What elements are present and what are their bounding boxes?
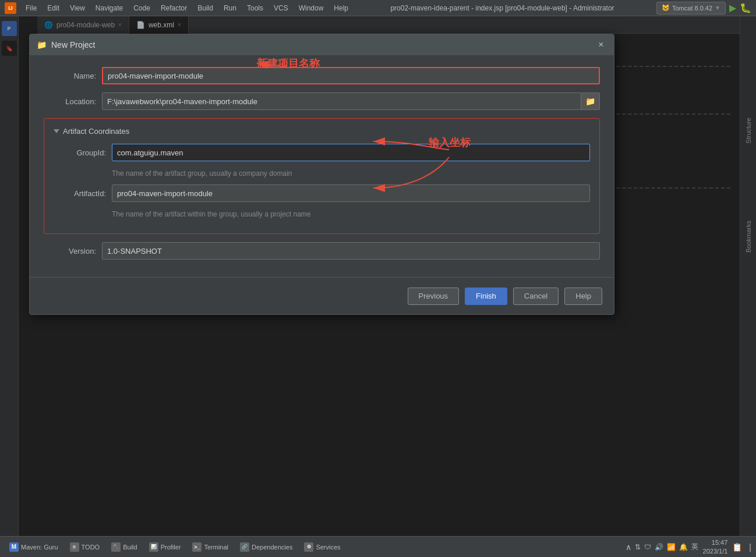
taskbar-maven[interactable]: M Maven: Guru xyxy=(5,540,63,555)
dialog-body: Name: Location: 📁 Artifact Coordinates xyxy=(30,55,614,314)
window-title: pro02-maven-idea-parent - index.jsp [pro… xyxy=(354,4,651,12)
maven-icon: M xyxy=(9,542,19,552)
deps-icon: 🔗 xyxy=(240,542,249,552)
location-label: Location: xyxy=(44,97,96,106)
finish-button[interactable]: Finish xyxy=(465,288,507,305)
menu-vcs[interactable]: VCS xyxy=(269,2,293,14)
taskbar-deps-label: Dependencies xyxy=(252,544,292,551)
menu-bar: IJ File Edit View Navigate Code Refactor… xyxy=(0,0,756,16)
profiler-icon: 📊 xyxy=(149,542,158,552)
name-row: Name: xyxy=(44,67,600,84)
tray-icon-3: 🛡 xyxy=(644,543,651,551)
taskbar-build-label: Build xyxy=(123,544,137,551)
dialog-close-button[interactable]: × xyxy=(595,39,607,51)
artifactid-row: ArtifactId: xyxy=(54,185,590,202)
menu-help[interactable]: Help xyxy=(329,2,353,14)
tray-icon-6: 🔔 xyxy=(679,543,688,551)
tray-icon-5: 📶 xyxy=(667,543,676,551)
menu-view[interactable]: View xyxy=(65,2,90,14)
name-input[interactable] xyxy=(102,67,600,84)
browse-button[interactable]: 📁 xyxy=(581,93,600,110)
taskbar-profiler-label: Profiler xyxy=(161,544,181,551)
groupid-hint: The name of the artifact group, usually … xyxy=(112,169,590,178)
time-block: 15:47 2023/1/1 xyxy=(703,538,728,555)
language-label[interactable]: 英 xyxy=(691,542,698,552)
help-button[interactable]: Help xyxy=(564,288,602,305)
time-display: 15:47 xyxy=(703,538,728,547)
artifact-section-title: Artifact Coordinates xyxy=(63,127,129,136)
previous-button[interactable]: Previous xyxy=(408,288,460,305)
app-icon: IJ xyxy=(5,2,16,14)
groupid-label: GroupId: xyxy=(54,148,106,157)
dialog-title-bar: 📁 New Project × xyxy=(30,34,614,55)
taskbar-services[interactable]: ⚙ Services xyxy=(299,540,345,555)
services-icon: ⚙ xyxy=(304,542,313,552)
tray-icon-2: ⇅ xyxy=(635,543,641,551)
taskbar-profiler[interactable]: 📊 Profiler xyxy=(144,540,186,555)
terminal-icon: >_ xyxy=(192,542,202,552)
collapse-triangle-icon xyxy=(54,129,59,133)
new-project-dialog: 📁 New Project × Name: Location: 📁 xyxy=(29,34,614,315)
cancel-button[interactable]: Cancel xyxy=(513,288,559,305)
date-display: 2023/1/1 xyxy=(703,547,728,555)
artifactid-label: ArtifactId: xyxy=(54,189,106,198)
menu-code[interactable]: Code xyxy=(129,2,155,14)
menu-navigate[interactable]: Navigate xyxy=(91,2,128,14)
artifactid-hint: The name of the artifact within the grou… xyxy=(112,210,590,218)
run-config-selector[interactable]: 🐱 Tomcat 8.0.42 ▼ xyxy=(656,2,726,15)
groupid-input[interactable] xyxy=(112,144,590,161)
version-row: Version: xyxy=(44,242,600,260)
taskbar: M Maven: Guru ≡ TODO 🔨 Build 📊 Profiler … xyxy=(0,536,756,557)
menu-run[interactable]: Run xyxy=(219,2,241,14)
debug-button[interactable]: 🐛 xyxy=(740,2,751,13)
dialog-title: New Project xyxy=(51,40,95,49)
notification-icon[interactable]: 📋 xyxy=(732,542,742,552)
name-label: Name: xyxy=(44,72,96,80)
location-input[interactable] xyxy=(102,93,581,110)
menu-build[interactable]: Build xyxy=(193,2,218,14)
taskbar-terminal[interactable]: >_ Terminal xyxy=(188,540,233,555)
location-row: Location: 📁 xyxy=(44,93,600,110)
taskbar-deps[interactable]: 🔗 Dependencies xyxy=(235,540,297,555)
show-desktop-btn[interactable]: | xyxy=(749,542,751,552)
system-tray-icons: ∧ ⇅ 🛡 🔊 📶 🔔 英 xyxy=(626,542,698,552)
taskbar-services-label: Services xyxy=(316,544,340,551)
menu-tools[interactable]: Tools xyxy=(242,2,268,14)
taskbar-right: ∧ ⇅ 🛡 🔊 📶 🔔 英 15:47 2023/1/1 📋 | xyxy=(626,538,751,555)
artifactid-input[interactable] xyxy=(112,185,590,202)
todo-icon: ≡ xyxy=(70,542,79,552)
taskbar-todo-label: TODO xyxy=(82,544,100,551)
artifact-section-header[interactable]: Artifact Coordinates xyxy=(54,127,590,136)
dialog-footer: Previous Finish Cancel Help xyxy=(30,277,614,314)
menu-window[interactable]: Window xyxy=(294,2,328,14)
tray-icon-1: ∧ xyxy=(626,542,631,552)
version-input[interactable] xyxy=(102,242,600,260)
run-button[interactable]: ▶ xyxy=(729,2,736,13)
location-input-group: 📁 xyxy=(102,93,600,110)
run-config-label: Tomcat 8.0.42 xyxy=(672,5,712,12)
groupid-row: GroupId: xyxy=(54,144,590,161)
taskbar-todo[interactable]: ≡ TODO xyxy=(65,540,105,555)
taskbar-maven-label: Maven: Guru xyxy=(21,544,58,551)
version-label: Version: xyxy=(44,247,96,256)
taskbar-build[interactable]: 🔨 Build xyxy=(107,540,142,555)
tray-icon-4: 🔊 xyxy=(655,543,663,551)
build-icon: 🔨 xyxy=(111,542,121,552)
artifact-coordinates-section: Artifact Coordinates GroupId: The name o… xyxy=(44,118,600,234)
menu-file[interactable]: File xyxy=(21,2,41,14)
menu-refactor[interactable]: Refactor xyxy=(156,2,192,14)
menu-edit[interactable]: Edit xyxy=(43,2,64,14)
taskbar-terminal-label: Terminal xyxy=(204,544,228,551)
